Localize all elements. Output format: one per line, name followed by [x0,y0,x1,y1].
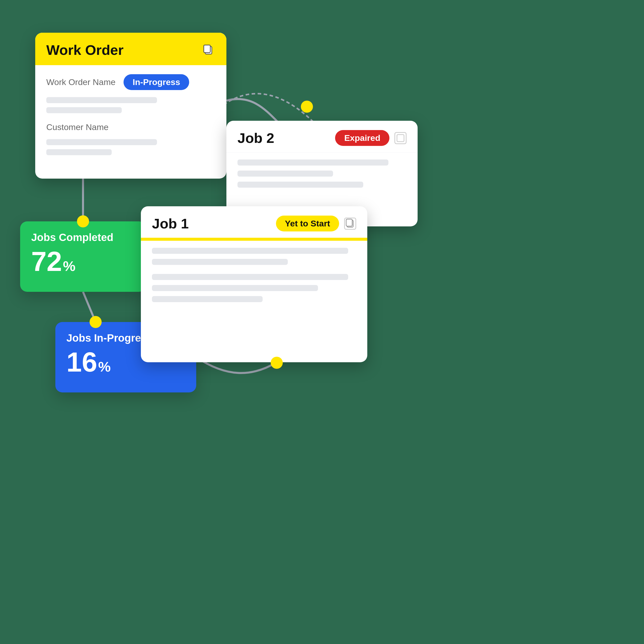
skeleton-group-1 [46,97,215,113]
job2-skeleton-group [237,159,407,188]
skeleton-line [46,149,112,155]
jobs-inprogress-unit: % [98,358,111,375]
skeleton-line [152,259,288,265]
copy-icon-job1[interactable] [344,218,356,230]
job1-header-right: Yet to Start [276,216,356,231]
jobs-completed-title: Jobs Completed [31,231,135,244]
skeleton-line [46,139,157,145]
job2-title: Job 2 [237,130,274,146]
yellow-progress-bar [141,238,367,241]
skeleton-line [237,159,388,166]
jobs-completed-value: 72 [31,248,62,275]
work-order-header: Work Order [35,33,226,65]
connector-dot-4 [271,357,283,369]
work-order-card: Work Order Work Order Name In-Progress C… [35,33,226,179]
jobs-completed-value-group: 72 % [31,248,135,275]
work-order-body: Work Order Name In-Progress Customer Nam… [35,65,226,173]
checkbox-icon[interactable] [394,132,407,144]
job1-title: Job 1 [152,215,189,232]
copy-icon[interactable] [201,43,215,57]
job1-header: Job 1 Yet to Start [141,206,367,238]
yet-to-start-badge: Yet to Start [276,216,339,231]
skeleton-line [152,248,348,254]
skeleton-line [237,171,333,177]
skeleton-group-2 [46,139,215,155]
connector-dot-1 [301,101,313,113]
skeleton-line [46,107,122,113]
work-order-title: Work Order [46,42,124,58]
job2-header-right: Expaired [335,130,407,146]
connector-dot-2 [77,215,89,227]
job1-skeleton-group-1 [152,248,356,265]
job1-skeleton-group-2 [152,274,356,302]
job2-body [226,152,418,204]
job1-card: Job 1 Yet to Start [141,206,367,362]
svg-rect-2 [397,135,404,142]
field-row-2: Customer Name [46,122,215,132]
svg-rect-4 [346,219,352,226]
jobs-inprogress-value: 16 [66,348,97,376]
skeleton-line [152,274,348,280]
skeleton-line [237,182,363,188]
in-progress-badge: In-Progress [124,74,189,90]
skeleton-line [46,97,157,103]
expired-badge: Expaired [335,130,389,146]
jobs-completed-card: Jobs Completed 72 % [20,221,146,292]
jobs-completed-unit: % [63,258,75,274]
field-row-1: Work Order Name In-Progress [46,74,215,90]
field1-label: Work Order Name [46,77,115,87]
job2-header: Job 2 Expaired [226,121,418,152]
skeleton-line [152,296,263,302]
svg-rect-1 [204,45,210,53]
connector-dot-3 [90,316,102,328]
skeleton-line [152,285,318,291]
job1-body [141,248,367,302]
field2-label: Customer Name [46,122,109,132]
